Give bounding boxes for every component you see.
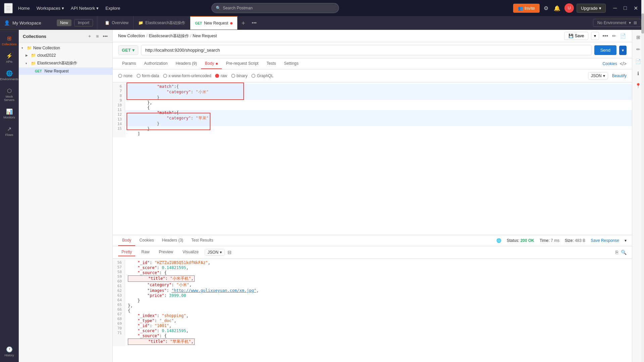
send-dropdown-button[interactable]: ▾ — [619, 46, 627, 55]
edit-button[interactable]: ✏ — [611, 32, 617, 40]
tab-new-request[interactable]: GET New Request — [190, 16, 238, 30]
resp-tab-body[interactable]: Body — [118, 235, 135, 246]
resp-format-pretty[interactable]: Pretty — [118, 248, 135, 256]
unsaved-dot — [230, 22, 233, 24]
explore-link[interactable]: Explore — [103, 4, 123, 12]
beautify-button[interactable]: Beautify — [612, 73, 627, 78]
invite-button[interactable]: 👥 Invite — [513, 4, 540, 13]
new-button[interactable]: New — [57, 19, 71, 26]
monitors-icon: 📊 — [6, 108, 13, 115]
copy-response-button[interactable]: ⎘ — [615, 250, 618, 255]
sidebar-item-mock-servers[interactable]: ⬡ Mock Servers — [1, 85, 18, 104]
environment-selector[interactable]: No Environment ▾ ⊞ — [593, 19, 641, 27]
workspace-icon: 👤 — [4, 20, 10, 25]
minimize-button[interactable]: ─ — [611, 4, 619, 12]
option-raw[interactable]: raw — [215, 73, 227, 78]
json-format-selector[interactable]: JSON ▾ — [588, 72, 608, 80]
resp-body-content: 56 57 58 59 60 61 62 63 64 65 66 67 68 6… — [113, 259, 632, 346]
right-panel-1[interactable]: ⊞ — [634, 33, 642, 42]
sidebar-item-collections[interactable]: ⊞ Collections — [1, 33, 18, 49]
response-body[interactable]: 56 57 58 59 60 61 62 63 64 65 66 67 68 6… — [113, 259, 632, 362]
more-collections-button[interactable]: ••• — [102, 33, 108, 40]
option-binary[interactable]: binary — [231, 73, 248, 78]
option-graphql[interactable]: GraphQL — [251, 73, 273, 78]
tab-params[interactable]: Params — [118, 58, 140, 69]
tab-elasticsearch[interactable]: 📁 Elasticsearch基础操作 — [134, 16, 190, 30]
tree-item-cloud2022[interactable]: ▶ 📁 cloud2022 — [19, 52, 112, 59]
workspaces-menu[interactable]: Workspaces ▾ — [34, 4, 67, 12]
top-nav-menu: Home Workspaces ▾ API Network ▾ Explore — [15, 4, 123, 12]
add-collection-button[interactable]: ＋ — [87, 33, 93, 40]
code-button[interactable]: </> — [620, 61, 627, 66]
sort-collections-button[interactable]: ≡ — [95, 33, 99, 40]
main-layout: ⊞ Collections ⚡ APIs 🌐 Environments ⬡ Mo… — [0, 30, 644, 362]
breadcrumb-bar: New Collection / Elasticsearch基础操作 / New… — [113, 30, 632, 42]
maximize-button[interactable]: □ — [622, 4, 629, 12]
url-input[interactable] — [141, 45, 592, 55]
right-panel-2[interactable]: ✏ — [634, 45, 642, 54]
collections-panel: Collections ＋ ≡ ••• ▾ 📁 New Collection ▶… — [19, 30, 113, 362]
resp-json-selector[interactable]: JSON ▾ — [205, 249, 225, 256]
save-button[interactable]: 💾 Save — [564, 32, 588, 40]
upgrade-button[interactable]: Upgrade ▾ — [577, 4, 606, 13]
resp-filter-button[interactable]: ⊟ — [228, 250, 232, 255]
resp-tab-headers[interactable]: Headers (3) — [158, 235, 187, 246]
tree-item-new-request[interactable]: GET New Request — [19, 67, 112, 75]
resp-format-preview[interactable]: Preview — [155, 248, 177, 256]
top-bar-right: 👥 Invite ⚙ 🔔 U Upgrade ▾ ─ □ ✕ — [513, 3, 640, 13]
search-response-button[interactable]: 🔍 — [621, 250, 627, 255]
sidebar-item-history[interactable]: 🕐 History — [1, 344, 18, 360]
option-urlencoded[interactable]: x-www-form-urlencoded — [163, 73, 211, 78]
import-button[interactable]: Import — [74, 19, 93, 27]
code-lines: "match":{ "category": "小米" } }, { "match… — [125, 83, 632, 138]
save-response-chevron[interactable]: ▾ — [625, 238, 627, 243]
more-tabs-button[interactable]: ••• — [249, 20, 259, 25]
sidebar-item-environments[interactable]: 🌐 Environments — [1, 67, 18, 84]
sidebar-item-apis[interactable]: ⚡ APIs — [1, 50, 18, 66]
tree-item-elasticsearch[interactable]: ▾ 📁 Elasticsearch基础操作 — [19, 59, 112, 67]
resp-tab-test-results[interactable]: Test Results — [187, 235, 217, 246]
option-none[interactable]: none — [118, 73, 133, 78]
search-bar[interactable]: 🔍 Search Postman — [211, 3, 339, 13]
add-tab-button[interactable]: ＋ — [238, 19, 249, 27]
send-button[interactable]: Send — [594, 45, 616, 55]
avatar-icon[interactable]: U — [564, 3, 574, 13]
tab-tests[interactable]: Tests — [262, 58, 280, 69]
method-select[interactable]: GET ▾ — [118, 45, 138, 55]
tree-item-new-collection[interactable]: ▾ 📁 New Collection — [19, 44, 112, 52]
tab-settings[interactable]: Settings — [280, 58, 302, 69]
tab-body[interactable]: Body — [201, 58, 222, 69]
workspace-name: My Workspace — [12, 20, 41, 25]
document-button[interactable]: 📄 — [620, 32, 627, 40]
window-controls: ─ □ ✕ — [611, 4, 640, 12]
tab-pre-request-script[interactable]: Pre-request Script — [222, 58, 262, 69]
code-editor[interactable]: 6 7 8 9 10 11 12 13 14 15 "match":{ — [113, 83, 632, 235]
cookies-link[interactable]: Cookies — [602, 61, 617, 66]
hamburger-icon[interactable]: ☰ — [4, 3, 13, 13]
resp-format-raw[interactable]: Raw — [138, 248, 153, 256]
sidebar-item-monitors[interactable]: 📊 Monitors — [1, 106, 18, 122]
chevron-right-icon: ▶ — [26, 54, 30, 57]
resp-format-visualize[interactable]: Visualize — [179, 248, 202, 256]
workspace-selector[interactable]: 👤 My Workspace New Import — [0, 16, 97, 30]
folder-icon: 📁 — [31, 61, 36, 66]
api-network-menu[interactable]: API Network ▾ — [68, 4, 101, 12]
breadcrumb-folder[interactable]: Elasticsearch基础操作 — [149, 33, 189, 39]
settings-icon[interactable]: ⚙ — [542, 4, 550, 13]
option-form-data[interactable]: form-data — [137, 73, 159, 78]
resp-tab-cookies[interactable]: Cookies — [135, 235, 158, 246]
notifications-icon[interactable]: 🔔 — [552, 4, 562, 13]
save-dropdown-button[interactable]: ▾ — [591, 32, 599, 40]
collection-icon: 📁 — [27, 46, 32, 50]
sidebar-icons: ⊞ Collections ⚡ APIs 🌐 Environments ⬡ Mo… — [0, 30, 19, 362]
right-panel-info[interactable]: ℹ — [635, 69, 641, 78]
tab-overview[interactable]: 📋 Overview — [100, 16, 134, 30]
breadcrumb-collection[interactable]: New Collection — [118, 34, 145, 38]
tab-headers[interactable]: Headers (9) — [171, 58, 201, 69]
save-response-button[interactable]: Save Response — [591, 238, 619, 243]
tab-authorization[interactable]: Authorization — [140, 58, 171, 69]
close-button[interactable]: ✕ — [632, 4, 640, 12]
home-link[interactable]: Home — [15, 4, 33, 12]
more-options-button[interactable]: ••• — [602, 32, 609, 40]
sidebar-item-flows[interactable]: ↗ Flows — [1, 123, 18, 139]
